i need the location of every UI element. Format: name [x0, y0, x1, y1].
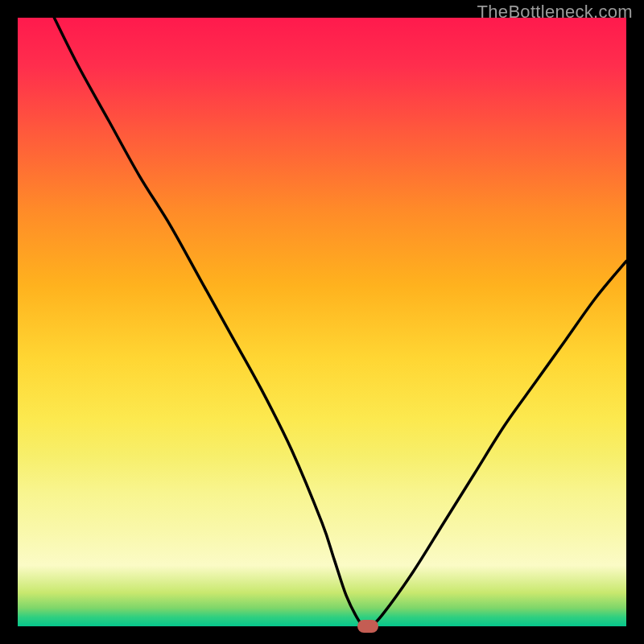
optimum-marker [357, 620, 378, 633]
plot-area [18, 18, 626, 626]
chart-wrapper: TheBottleneck.com [0, 0, 644, 644]
bottleneck-curve [18, 18, 626, 626]
